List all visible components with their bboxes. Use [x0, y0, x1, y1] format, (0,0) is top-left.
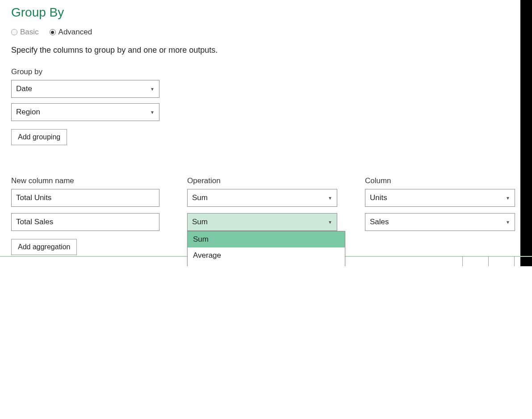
- aggregation-section: New column name Operation Column Sum ▼ U…: [11, 176, 521, 255]
- aggregation-headers: New column name Operation Column: [11, 176, 521, 185]
- header-new-column-name: New column name: [11, 176, 159, 185]
- radio-circle-icon: [11, 29, 17, 35]
- operation-dropdown: Sum Average Median Min Max Count Rows Co…: [187, 231, 345, 266]
- operation-option-median[interactable]: Median: [188, 264, 345, 266]
- header-column: Column: [365, 176, 515, 185]
- radio-advanced[interactable]: Advanced: [50, 28, 92, 37]
- dialog-description: Specify the columns to group by and one …: [11, 46, 521, 55]
- new-column-name-input[interactable]: [11, 189, 159, 207]
- add-aggregation-button[interactable]: Add aggregation: [11, 239, 77, 255]
- column-select[interactable]: Units ▼: [365, 189, 515, 207]
- chevron-down-icon: ▼: [150, 87, 155, 92]
- group-by-section: Group by Date ▼ Region ▼ Add grouping: [11, 67, 521, 145]
- radio-basic[interactable]: Basic: [11, 28, 39, 37]
- select-value: Units: [370, 193, 387, 202]
- mode-radios: Basic Advanced: [11, 28, 521, 37]
- operation-option-average[interactable]: Average: [188, 247, 345, 264]
- operation-option-sum[interactable]: Sum: [188, 231, 345, 247]
- group-by-select-date[interactable]: Date ▼: [11, 80, 159, 98]
- header-operation: Operation: [187, 176, 337, 185]
- select-value: Sales: [370, 218, 389, 226]
- select-value: Region: [16, 108, 40, 117]
- chevron-down-icon: ▼: [506, 220, 510, 225]
- dialog-title: Group By: [11, 5, 521, 20]
- select-value: Sum: [192, 193, 208, 202]
- new-column-name-input[interactable]: [11, 213, 159, 231]
- select-value: Date: [16, 84, 32, 93]
- operation-select[interactable]: Sum ▼: [187, 189, 337, 207]
- group-by-label: Group by: [11, 67, 521, 76]
- aggregation-row: Sum ▼ Sum Average Median Min Max Count R…: [11, 213, 521, 231]
- chevron-down-icon: ▼: [506, 196, 510, 201]
- group-by-dialog: Group By Basic Advanced Specify the colu…: [0, 0, 532, 266]
- add-grouping-button[interactable]: Add grouping: [11, 129, 67, 145]
- radio-circle-icon: [50, 29, 56, 35]
- radio-advanced-label: Advanced: [59, 28, 92, 37]
- group-by-select-region[interactable]: Region ▼: [11, 103, 159, 121]
- chevron-down-icon: ▼: [328, 196, 332, 201]
- chevron-down-icon: ▼: [328, 220, 332, 225]
- radio-dot-icon: [51, 31, 54, 34]
- column-select[interactable]: Sales ▼: [365, 213, 515, 231]
- select-value: Sum: [192, 218, 208, 226]
- radio-basic-label: Basic: [20, 28, 39, 37]
- chevron-down-icon: ▼: [150, 110, 155, 115]
- operation-select-open[interactable]: Sum ▼: [187, 213, 337, 231]
- aggregation-row: Sum ▼ Units ▼: [11, 189, 521, 207]
